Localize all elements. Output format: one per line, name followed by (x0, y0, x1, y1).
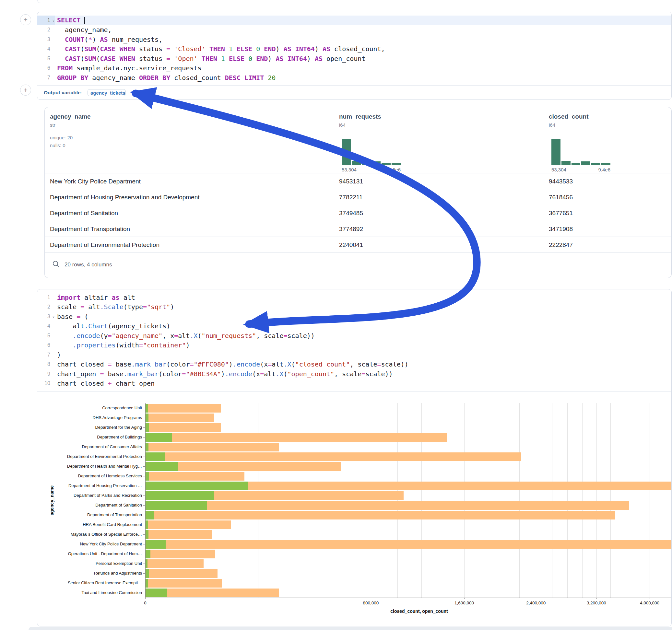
y-axis-label: Refunds and Adjustments (37, 571, 142, 576)
column-stat-nulls: nulls: 0 (50, 143, 66, 148)
code-token (57, 35, 65, 43)
bar-open-count (145, 443, 148, 452)
histogram-bar (591, 163, 600, 165)
code-token (291, 45, 295, 53)
histogram-bar (382, 163, 391, 165)
line-number-gutter: 1∨ (37, 16, 55, 25)
line-number: 2 (47, 27, 50, 33)
code-token (57, 45, 65, 53)
column-header-num-requests[interactable]: num_requests (339, 113, 381, 120)
y-axis-label: New York City Police Department (37, 541, 142, 547)
x-axis-tick-label: 800,000 (363, 601, 379, 605)
search-icon[interactable] (52, 261, 59, 268)
altair-chart: Correspondence UnitDHS Advantage Program… (37, 289, 671, 626)
table-row[interactable]: Department of Sanitation37494853677651 (45, 205, 671, 221)
gridline (422, 403, 422, 598)
bar-closed-count (145, 559, 203, 568)
line-number-gutter: 5 (37, 54, 55, 64)
cell-closed-count: 3471908 (549, 225, 573, 233)
code-token: SELECT (57, 16, 80, 24)
cell-closed-count: 9443533 (549, 178, 573, 185)
code-token: INT64 (288, 55, 307, 63)
cell-agency-name: New York City Police Department (50, 178, 141, 185)
bar-closed-count (145, 501, 629, 510)
code-token: WHEN (120, 55, 135, 63)
y-axis-label: Personal Exemption Unit (37, 561, 142, 566)
code-token: closed_count (170, 74, 225, 82)
gridline (624, 403, 624, 598)
gridline (662, 403, 662, 598)
code-token (116, 55, 120, 63)
table-row[interactable]: Department of Environmental Protection22… (45, 237, 671, 253)
histogram-bar (601, 163, 610, 165)
bar-closed-count (145, 530, 212, 539)
code-token: 20 (268, 74, 275, 82)
bar-closed-count (145, 520, 231, 529)
x-axis-tick-label: 4,000,000 (640, 601, 659, 605)
bar-open-count (145, 501, 207, 510)
code-token: 1 (221, 55, 225, 63)
bar-closed-count (145, 472, 244, 481)
next-cell-edge[interactable] (28, 627, 672, 630)
column-header-closed-count[interactable]: closed_count (549, 113, 589, 120)
code-token: SUM (84, 45, 96, 53)
code-token: ) (92, 35, 100, 43)
code-line[interactable]: 6FROM sample_data.nyc.service_requests (37, 64, 671, 73)
code-token: = (166, 55, 170, 63)
bar-open-count (145, 520, 148, 529)
histogram-bar (342, 139, 351, 165)
hist-min-label: 53,304 (551, 167, 566, 172)
table-row[interactable]: Department of Housing Preservation and D… (45, 189, 671, 205)
code-line[interactable]: 3 COUNT(*) AS num_requests, (37, 35, 671, 44)
code-token (198, 55, 201, 63)
code-token: SUM (84, 55, 96, 63)
output-variable-chip[interactable]: agency_tickets (88, 89, 126, 96)
cell-num-requests: 3774892 (339, 225, 363, 233)
x-axis-tick (145, 598, 146, 599)
code-token: AS (100, 35, 108, 43)
code-line[interactable]: 7GROUP BY agency_name ORDER BY closed_co… (37, 73, 671, 83)
y-axis-label: Department of Environmental Protection (37, 454, 142, 459)
fold-chevron-icon[interactable]: ∨ (52, 19, 55, 23)
add-cell-button-middle[interactable]: + (20, 84, 31, 96)
line-number: 6 (47, 65, 50, 71)
code-text: FROM sample_data.nyc.service_requests (55, 64, 201, 72)
table-row[interactable]: New York City Police Department945313194… (45, 173, 671, 189)
code-token: * (88, 35, 92, 43)
code-token: 1 (229, 45, 233, 53)
bar-open-count (145, 540, 166, 549)
histogram-bar (572, 163, 581, 165)
text-cursor (84, 17, 85, 24)
gridline (341, 403, 341, 598)
x-axis-tick (597, 598, 597, 599)
code-token: CASE (100, 45, 115, 53)
gridline (637, 403, 637, 598)
code-line[interactable]: 1∨SELECT (37, 16, 671, 25)
x-axis-tick (650, 598, 650, 599)
y-axis-label: Department of Health and Mental Hyg… (37, 464, 142, 468)
code-token: END (256, 55, 268, 63)
add-cell-button-top[interactable]: + (20, 14, 31, 25)
code-token (225, 45, 229, 53)
code-token (252, 55, 256, 63)
bar-closed-count (145, 433, 447, 442)
table-row[interactable]: Department of Transportation377489234719… (45, 221, 671, 237)
bar-open-count (145, 579, 148, 587)
code-line[interactable]: 4 CAST(SUM(CASE WHEN status = 'Closed' T… (37, 44, 671, 54)
code-token (252, 45, 256, 53)
column-type-agency-name: str (50, 122, 55, 128)
code-token: ) (307, 55, 315, 63)
code-line[interactable]: 2 agency_name, (37, 25, 671, 35)
line-number-gutter: 2 (37, 25, 55, 35)
cell-agency-name: Department of Transportation (50, 225, 130, 233)
column-header-agency-name[interactable]: agency_name (50, 113, 91, 120)
code-token: ( (84, 35, 88, 43)
sql-code-editor[interactable]: 1∨SELECT 2 agency_name,3 COUNT(*) AS num… (37, 16, 671, 83)
code-line[interactable]: 5 CAST(SUM(CASE WHEN status = 'Open' THE… (37, 54, 671, 64)
x-axis-tick (536, 598, 536, 599)
hist-max-label: 9.4e6 (598, 167, 610, 172)
column-type-num-requests: i64 (339, 122, 345, 128)
line-number: 5 (47, 56, 50, 62)
code-token (57, 55, 65, 63)
code-token: status (135, 45, 166, 53)
